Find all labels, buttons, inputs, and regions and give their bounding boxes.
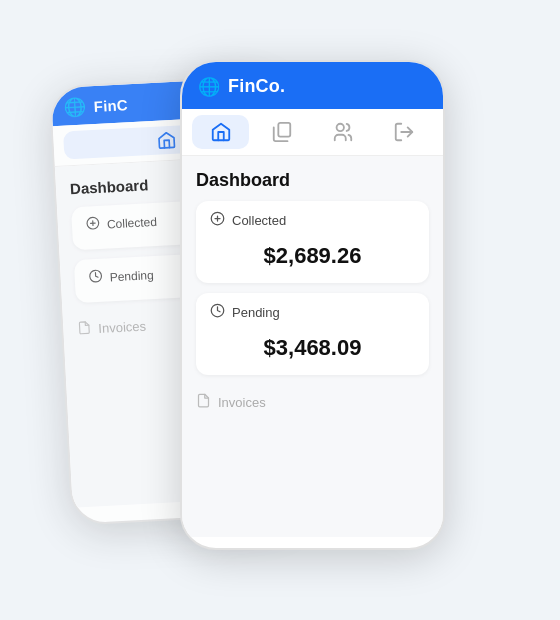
front-invoices-section: Invoices — [196, 385, 429, 411]
front-pending-label: Pending — [210, 303, 415, 321]
front-pending-card: Pending $3,468.09 — [196, 293, 429, 375]
front-nav-documents[interactable] — [253, 115, 310, 149]
front-pending-amount: $3,468.09 — [210, 327, 415, 365]
front-page-title: Dashboard — [196, 170, 429, 191]
front-collected-label: Collected — [210, 211, 415, 229]
front-logo-icon: 🌐 — [198, 78, 220, 96]
phone-front: 🌐 FinCo. Dashboard — [180, 60, 445, 550]
front-app-name: FinCo. — [228, 76, 285, 97]
front-nav-users[interactable] — [315, 115, 372, 149]
front-nav — [182, 109, 443, 156]
back-invoices-icon — [77, 320, 92, 338]
front-content: Dashboard Collected $2,689.26 — [182, 156, 443, 537]
front-pending-text: Pending — [232, 305, 280, 320]
back-dollar-icon — [86, 216, 101, 234]
back-logo-icon: 🌐 — [63, 97, 86, 116]
front-collected-card: Collected $2,689.26 — [196, 201, 429, 283]
front-nav-logout[interactable] — [376, 115, 433, 149]
front-collected-amount: $2,689.26 — [210, 235, 415, 273]
front-collected-text: Collected — [232, 213, 286, 228]
front-header: 🌐 FinCo. — [182, 62, 443, 109]
front-clock-icon — [210, 303, 225, 321]
front-nav-home[interactable] — [192, 115, 249, 149]
svg-point-5 — [337, 124, 344, 131]
front-invoices-label: Invoices — [218, 395, 266, 410]
front-dollar-icon — [210, 211, 225, 229]
svg-rect-4 — [278, 123, 290, 137]
front-invoices-icon — [196, 393, 211, 411]
back-invoices-label: Invoices — [98, 319, 146, 336]
back-clock-icon — [88, 269, 103, 287]
back-app-name: FinC — [93, 96, 128, 115]
